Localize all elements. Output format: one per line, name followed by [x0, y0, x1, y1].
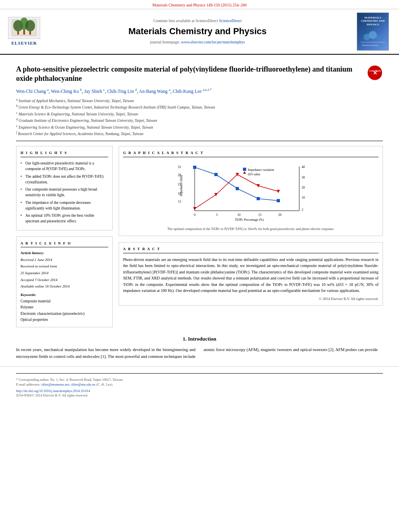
affiliation-a: a Institute of Applied Mechanics, Nation… — [16, 97, 383, 104]
journal-cover-image: MATERIALS CHEMISTRY AND PHYSICS Material… — [357, 12, 389, 51]
affiliation-f: f Research Center for Applied Sciences, … — [16, 130, 383, 137]
right-column: G R A P H I C A L A B S T R A C T 33 28 … — [119, 146, 383, 327]
paper-title-section: A photo-sensitive piezoelectric composit… — [16, 65, 383, 84]
svg-text:Materials Chemistry: Materials Chemistry — [362, 44, 378, 46]
svg-rect-35 — [193, 166, 196, 169]
journal-cover-section: MATERIALS CHEMISTRY AND PHYSICS Material… — [355, 12, 391, 51]
affiliation-e: e Engineering Science & Ocean Engineerin… — [16, 124, 383, 130]
article-history: Article history: — [21, 251, 108, 256]
introduction-section: 1. Introduction In recent years, mechani… — [16, 335, 383, 360]
svg-text:2: 2 — [302, 208, 303, 212]
svg-rect-6 — [29, 31, 31, 35]
received-revised-date: 25 September 2014 — [21, 271, 108, 276]
journal-ref-text: Materials Chemistry and Physics 149-150 … — [152, 3, 247, 7]
intro-text: In recent years, mechanical manipulation… — [16, 347, 383, 360]
graphical-abstract-section: G R A P H I C A L A B S T R A C T 33 28 … — [119, 146, 383, 236]
affiliation-c: c Materials Science & Engineering, Natio… — [16, 111, 383, 117]
graphical-abstract-header: G R A P H I C A L A B S T R A C T — [123, 150, 378, 157]
journal-title: Materials Chemistry and Physics — [48, 25, 347, 38]
paper-title-text: A photo-sensitive piezoelectric composit… — [16, 65, 367, 84]
svg-text:CrossMark: CrossMark — [369, 70, 381, 72]
graphical-abstract-caption: The optimal composition of the TiOPc to … — [123, 227, 378, 232]
main-content: A photo-sensitive piezoelectric composit… — [0, 55, 399, 360]
article-info-section: A R T I C L E I N F O Article history: R… — [16, 236, 113, 328]
svg-marker-44 — [277, 190, 280, 193]
svg-rect-4 — [17, 31, 19, 35]
svg-marker-47 — [243, 171, 246, 174]
highlight-item-2: The added TiOPc does not affect the P(VD… — [21, 174, 108, 185]
email-links[interactable]: cklee@ntumems.net, cklee@ntu.edu.tw — [41, 382, 95, 386]
cover-art-icon: Materials Chemistry — [361, 27, 385, 47]
author-1: Wen-Chi Chang — [16, 89, 46, 94]
svg-point-3 — [25, 20, 35, 31]
elsevier-tree-logo — [8, 17, 40, 39]
abstract-header: A B S T R A C T — [123, 246, 378, 253]
email-addresses: E-mail addresses: cklee@ntumems.net, ckl… — [16, 382, 383, 387]
journal-header: ELSEVIER Contents lists available at Sci… — [0, 9, 399, 55]
elsevier-text: ELSEVIER — [11, 40, 37, 46]
svg-text:40: 40 — [302, 165, 305, 169]
svg-marker-43 — [257, 184, 260, 187]
svg-text:30: 30 — [302, 176, 305, 179]
email-label: E-mail addresses: — [16, 382, 40, 386]
svg-text:20: 20 — [278, 213, 282, 217]
received-revised-label: Received in revised form — [21, 264, 108, 269]
left-column: H I G H L I G H T S Our light-sensitive … — [16, 146, 113, 327]
affiliation-d: d Graduate Institute of Electronics Engi… — [16, 117, 383, 123]
author-4: Chih-Ting Lin — [107, 89, 134, 94]
svg-rect-36 — [214, 173, 218, 176]
copyright-line: © 2014 Elsevier B.V. All rights reserved… — [123, 296, 378, 302]
crossmark-svg: ✕ CrossMark — [369, 67, 381, 79]
highlight-item-4: The impedance of the composite decreases… — [21, 200, 108, 212]
keyword-3: Electronic characterization (piezoelectr… — [21, 311, 108, 317]
svg-point-10 — [376, 35, 382, 41]
journal-reference: Materials Chemistry and Physics 149-150 … — [0, 0, 399, 9]
svg-point-9 — [369, 31, 377, 39]
svg-text:20: 20 — [302, 186, 305, 189]
svg-text:TiOPc Percentage (%): TiOPc Percentage (%) — [235, 218, 264, 222]
svg-text:10: 10 — [237, 213, 241, 217]
corresponding-author: * Corresponding author. No. 1, Sec. 4, R… — [16, 378, 383, 382]
svg-marker-41 — [214, 193, 218, 196]
divider — [16, 141, 383, 141]
highlight-item-3: Our composite material possesses a high … — [21, 187, 108, 198]
svg-rect-45 — [243, 168, 246, 171]
author-2: Wen-Ching Ko — [51, 89, 79, 94]
intro-paragraph: In recent years, mechanical manipulation… — [16, 347, 378, 359]
svg-text:d33 value: d33 value — [248, 173, 261, 176]
footer-divider — [16, 373, 383, 374]
sciencedirect-link[interactable]: ScienceDirect — [219, 18, 242, 23]
affiliations-section: a Institute of Applied Mechanics, Nation… — [16, 97, 383, 137]
doi-link[interactable]: http://dx.doi.org/10.1016/j.matchemphys.… — [16, 389, 90, 393]
keyword-1: Composite material — [21, 298, 108, 304]
svg-rect-5 — [23, 30, 25, 35]
keywords-list: Composite material Polymer Electronic ch… — [21, 298, 108, 323]
svg-text:10: 10 — [302, 196, 305, 199]
received-date: Received 1 June 2014 — [21, 257, 108, 263]
svg-text:33: 33 — [178, 165, 181, 169]
authors-line: Wen-Chi Chang a, Wen-Ching Ko b, Jay Shi… — [16, 87, 383, 95]
crossmark-icon: ✕ CrossMark — [368, 66, 382, 80]
crossmark-badge: ✕ CrossMark — [367, 65, 383, 81]
doi-line: http://dx.doi.org/10.1016/j.matchemphys.… — [16, 389, 383, 394]
author-6: Chih-Kung Lee — [173, 89, 202, 94]
svg-rect-38 — [257, 197, 260, 200]
sciencedirect-line: Contents lists available at ScienceDirec… — [48, 18, 347, 24]
issn-line: 0254-0584/© 2014 Elsevier B.V. All right… — [16, 393, 383, 398]
affiliation-b: b Green Energy & Eco-Technology System C… — [16, 104, 383, 110]
highlights-list: Our light-sensitive piezoelectric materi… — [21, 160, 108, 224]
svg-text:13: 13 — [178, 200, 181, 203]
two-column-section: H I G H L I G H T S Our light-sensitive … — [16, 146, 383, 327]
keywords-section: Keywords: Composite material Polymer Ele… — [21, 292, 108, 323]
keyword-4: Optical properties — [21, 317, 108, 323]
available-date: Available online 16 October 2014 — [21, 284, 108, 289]
elsevier-tree-icon — [10, 18, 38, 38]
elsevier-logo-section: ELSEVIER — [8, 17, 40, 46]
svg-text:15: 15 — [258, 213, 261, 217]
footer-section: * Corresponding author. No. 1, Sec. 4, R… — [0, 366, 399, 398]
svg-text:0: 0 — [194, 213, 195, 217]
abstract-section: A B S T R A C T Photo-driven materials a… — [119, 242, 383, 306]
homepage-link[interactable]: www.elsevier.com/locate/matchemphys — [181, 40, 245, 44]
svg-rect-39 — [277, 199, 280, 202]
svg-rect-37 — [236, 187, 239, 190]
